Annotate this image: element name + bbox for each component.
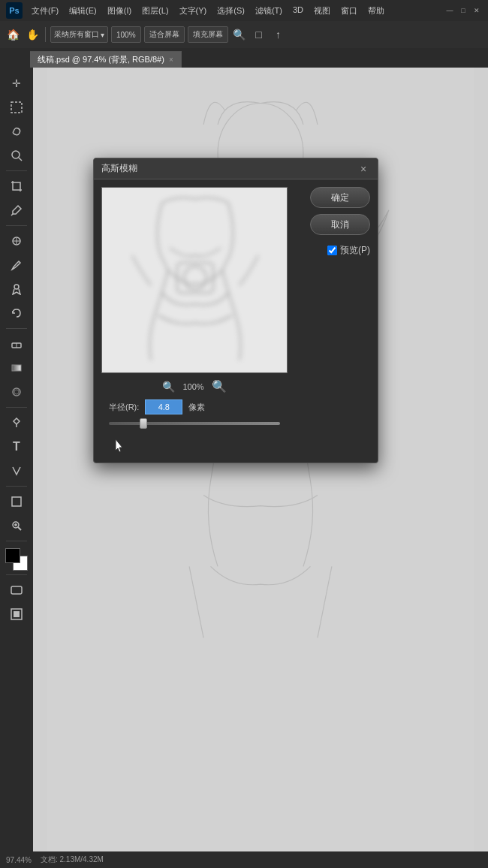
close-button[interactable]: ✕ (471, 5, 482, 16)
dialog-controls: 确定 取消 预览(P) (295, 187, 370, 455)
menu-3d[interactable]: 3D (288, 4, 308, 18)
cursor-area (101, 437, 288, 455)
radius-unit: 像素 (188, 402, 205, 413)
dialog-body: 🔍 100% 🔍 半径(R): 像素 (94, 179, 378, 463)
confirm-button[interactable]: 确定 (310, 187, 370, 208)
radius-label: 半径(R): (109, 402, 139, 413)
layout-icon[interactable]: □ (251, 26, 267, 43)
menu-text[interactable]: 文字(Y) (175, 4, 212, 18)
foreground-color-swatch[interactable] (5, 548, 20, 563)
search-icon[interactable]: 🔍 (231, 26, 248, 43)
gaussian-blur-dialog: 高斯模糊 × (93, 158, 378, 463)
screen-mode-tool[interactable] (5, 603, 28, 625)
toolbar: 🏠 ✋ 采纳所有窗口 ▾ 100% 适合屏幕 填充屏幕 🔍 □ ↑ (0, 21, 488, 48)
slider-row (101, 422, 288, 434)
radius-input[interactable] (145, 399, 182, 414)
path-selection-tool[interactable] (5, 460, 28, 482)
color-swatches[interactable] (5, 548, 28, 571)
fill-screen-btn[interactable]: 填充屏幕 (188, 26, 228, 43)
dialog-titlebar: 高斯模糊 × (94, 158, 378, 179)
maximize-button[interactable]: □ (458, 5, 468, 16)
home-icon[interactable]: 🏠 (5, 26, 21, 43)
radius-slider-thumb[interactable] (140, 418, 147, 429)
gradient-tool[interactable] (5, 357, 28, 379)
svg-rect-10 (12, 365, 21, 371)
menu-edit[interactable]: 编辑(E) (65, 4, 101, 18)
toolbar-separator (45, 27, 46, 42)
tab-close-button[interactable]: × (169, 56, 173, 64)
eraser-tool[interactable] (5, 333, 28, 355)
tool-separator-4 (6, 407, 27, 408)
menu-help[interactable]: 帮助 (363, 4, 389, 18)
quick-select-tool[interactable] (5, 144, 28, 167)
menu-file[interactable]: 文件(F) (27, 4, 63, 18)
clone-stamp-tool[interactable] (5, 278, 28, 300)
pen-tool[interactable] (5, 411, 28, 434)
svg-rect-26 (102, 188, 288, 373)
svg-rect-0 (11, 102, 22, 113)
minimize-button[interactable]: — (444, 5, 455, 16)
hand-tool-icon[interactable]: ✋ (24, 26, 41, 43)
svg-rect-14 (12, 497, 21, 506)
svg-line-2 (19, 158, 22, 161)
ps-logo: Ps (6, 2, 23, 19)
quick-mask-tool[interactable] (5, 579, 28, 601)
history-brush-tool[interactable] (5, 302, 28, 324)
eyedropper-tool[interactable] (5, 199, 28, 222)
tool-separator-1 (6, 170, 27, 171)
preview-checkbox[interactable] (327, 246, 337, 255)
preview-area (101, 187, 288, 373)
healing-brush-tool[interactable] (5, 230, 28, 252)
canvas-content: 高斯模糊 × (33, 68, 488, 851)
preview-artwork (102, 188, 288, 373)
share-icon[interactable]: ↑ (270, 26, 287, 43)
menu-select[interactable]: 选择(S) (212, 4, 249, 18)
status-bar: 97.44% 文档: 2.13M/4.32M (0, 851, 488, 868)
selection-tool[interactable] (5, 96, 28, 119)
window-controls: — □ ✕ (444, 5, 482, 16)
cursor-icon (113, 439, 125, 455)
lasso-tool[interactable] (5, 120, 28, 143)
menu-view[interactable]: 视图 (309, 4, 335, 18)
tab-filename: 线稿.psd @ 97.4% (背景, RGB/8#) (38, 54, 164, 65)
zoom-status: 97.44% (6, 856, 32, 864)
title-bar-left: Ps 文件(F) 编辑(E) 图像(I) 图层(L) 文字(Y) 选择(S) 滤… (6, 2, 389, 19)
radius-slider-track[interactable] (109, 422, 280, 425)
zoom-out-icon[interactable]: 🔍 (162, 381, 175, 393)
fit-screen-btn[interactable]: 适合屏幕 (144, 26, 185, 43)
move-tool[interactable]: ✛ (5, 72, 28, 95)
zoom-tool[interactable] (5, 514, 28, 537)
menu-filter[interactable]: 滤镜(T) (251, 4, 287, 18)
tool-separator-6 (6, 541, 27, 541)
crop-tool[interactable] (5, 175, 28, 197)
text-tool[interactable]: T (5, 436, 28, 458)
brush-tool[interactable] (5, 254, 28, 276)
svg-rect-19 (11, 586, 22, 594)
menu-image[interactable]: 图像(I) (103, 4, 136, 18)
doc-size-status: 文档: 2.13M/4.32M (41, 854, 104, 865)
cancel-button[interactable]: 取消 (310, 214, 370, 235)
zoom-in-icon[interactable]: 🔍 (212, 379, 227, 393)
zoom-value-btn[interactable]: 100% (111, 26, 141, 43)
menu-window[interactable]: 窗口 (336, 4, 362, 18)
blur-tool[interactable] (5, 381, 28, 403)
menu-bar: 文件(F) 编辑(E) 图像(I) 图层(L) 文字(Y) 选择(S) 滤镜(T… (27, 4, 389, 18)
svg-line-3 (11, 214, 13, 215)
svg-point-12 (14, 390, 19, 394)
svg-rect-21 (14, 611, 20, 617)
menu-layer[interactable]: 图层(L) (137, 4, 173, 18)
tool-separator-5 (6, 486, 27, 487)
title-bar: Ps 文件(F) 编辑(E) 图像(I) 图层(L) 文字(Y) 选择(S) 滤… (0, 0, 488, 21)
dialog-title: 高斯模糊 (101, 162, 137, 175)
svg-line-16 (18, 527, 21, 530)
svg-point-7 (14, 285, 19, 289)
tool-separator-7 (6, 574, 27, 575)
dialog-close-button[interactable]: × (357, 162, 370, 176)
tab-bar: 线稿.psd @ 97.4% (背景, RGB/8#) × (0, 48, 488, 68)
chevron-down-icon: ▾ (101, 31, 104, 39)
document-tab[interactable]: 线稿.psd @ 97.4% (背景, RGB/8#) × (30, 51, 182, 68)
window-arrange-dropdown[interactable]: 采纳所有窗口 ▾ (50, 26, 108, 43)
shape-tool[interactable] (5, 490, 28, 513)
tool-separator-3 (6, 328, 27, 329)
left-tool-panel: ✛ T (0, 68, 33, 851)
